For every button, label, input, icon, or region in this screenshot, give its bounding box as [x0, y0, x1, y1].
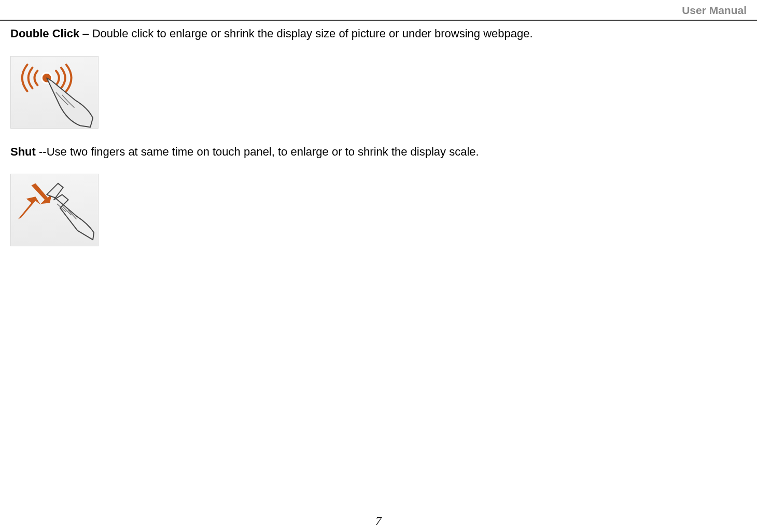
page-number: 7 — [0, 514, 757, 528]
header-title: User Manual — [682, 4, 747, 16]
shut-description: Use two fingers at same time on touch pa… — [47, 145, 479, 158]
double-click-description: Double click to enlarge or shrink the di… — [92, 27, 533, 40]
double-click-label: Double Click — [10, 27, 79, 40]
double-click-separator: – — [79, 27, 92, 40]
shut-label: Shut — [10, 145, 36, 158]
page-header: User Manual — [0, 0, 757, 21]
double-click-paragraph: Double Click – Double click to enlarge o… — [10, 26, 747, 41]
shut-paragraph: Shut --Use two fingers at same time on t… — [10, 144, 747, 160]
pinch-gesture-icon — [11, 174, 98, 246]
shut-separator: -- — [36, 145, 47, 158]
page-content: Double Click – Double click to enlarge o… — [10, 26, 747, 262]
shut-illustration — [10, 174, 99, 246]
double-click-illustration — [10, 56, 99, 129]
double-click-gesture-icon — [11, 56, 98, 129]
